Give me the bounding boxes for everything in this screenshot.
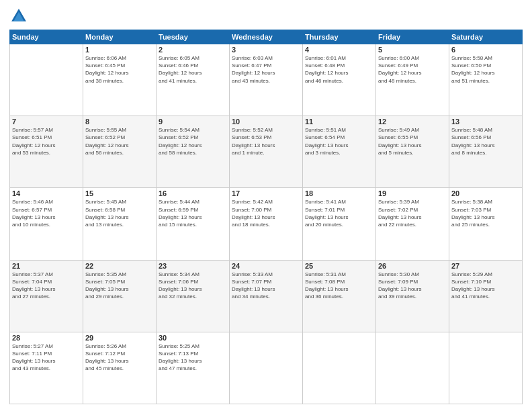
cell-content: Sunrise: 6:00 AM Sunset: 6:49 PM Dayligh… <box>378 54 447 85</box>
calendar-cell <box>449 332 523 404</box>
calendar-week-row: 21Sunrise: 5:37 AM Sunset: 7:04 PM Dayli… <box>10 260 523 332</box>
cell-content: Sunrise: 5:42 AM Sunset: 7:00 PM Dayligh… <box>232 198 300 228</box>
calendar-week-row: 1Sunrise: 6:06 AM Sunset: 6:45 PM Daylig… <box>10 44 523 116</box>
day-number: 19 <box>378 189 447 197</box>
day-number: 7 <box>12 118 81 126</box>
weekday-header: Monday <box>83 30 157 44</box>
day-number: 24 <box>232 262 300 270</box>
cell-content: Sunrise: 5:26 AM Sunset: 7:12 PM Dayligh… <box>85 342 154 373</box>
calendar-cell: 14Sunrise: 5:46 AM Sunset: 6:57 PM Dayli… <box>10 188 83 260</box>
calendar-cell: 27Sunrise: 5:29 AM Sunset: 7:10 PM Dayli… <box>449 260 523 332</box>
day-number: 17 <box>232 189 300 197</box>
calendar-week-row: 28Sunrise: 5:27 AM Sunset: 7:11 PM Dayli… <box>10 332 523 404</box>
weekday-header: Thursday <box>303 30 376 44</box>
calendar-cell: 8Sunrise: 5:55 AM Sunset: 6:52 PM Daylig… <box>83 116 157 188</box>
cell-content: Sunrise: 5:55 AM Sunset: 6:52 PM Dayligh… <box>85 126 154 156</box>
cell-content: Sunrise: 5:45 AM Sunset: 6:58 PM Dayligh… <box>85 198 154 228</box>
day-number: 28 <box>12 334 81 342</box>
calendar-cell: 10Sunrise: 5:52 AM Sunset: 6:53 PM Dayli… <box>230 116 303 188</box>
calendar-cell: 9Sunrise: 5:54 AM Sunset: 6:52 PM Daylig… <box>157 116 230 188</box>
day-number: 8 <box>85 118 154 126</box>
calendar-cell: 16Sunrise: 5:44 AM Sunset: 6:59 PM Dayli… <box>157 188 230 260</box>
calendar-cell <box>230 332 303 404</box>
calendar-cell: 24Sunrise: 5:33 AM Sunset: 7:07 PM Dayli… <box>230 260 303 332</box>
calendar-week-row: 7Sunrise: 5:57 AM Sunset: 6:51 PM Daylig… <box>10 116 523 188</box>
calendar-cell <box>303 332 376 404</box>
calendar-cell: 1Sunrise: 6:06 AM Sunset: 6:45 PM Daylig… <box>83 44 157 116</box>
cell-content: Sunrise: 6:01 AM Sunset: 6:48 PM Dayligh… <box>305 54 373 85</box>
day-number: 30 <box>159 334 227 342</box>
cell-content: Sunrise: 5:25 AM Sunset: 7:13 PM Dayligh… <box>159 342 227 373</box>
day-number: 2 <box>159 46 227 54</box>
weekday-header: Sunday <box>10 30 83 44</box>
cell-content: Sunrise: 5:37 AM Sunset: 7:04 PM Dayligh… <box>12 271 81 301</box>
calendar-cell: 25Sunrise: 5:31 AM Sunset: 7:08 PM Dayli… <box>303 260 376 332</box>
day-number: 14 <box>12 189 81 197</box>
day-number: 6 <box>451 46 520 54</box>
cell-content: Sunrise: 5:39 AM Sunset: 7:02 PM Dayligh… <box>378 198 447 228</box>
cell-content: Sunrise: 5:44 AM Sunset: 6:59 PM Dayligh… <box>159 198 227 228</box>
cell-content: Sunrise: 5:29 AM Sunset: 7:10 PM Dayligh… <box>451 271 520 301</box>
calendar-cell: 3Sunrise: 6:03 AM Sunset: 6:47 PM Daylig… <box>230 44 303 116</box>
weekday-header: Wednesday <box>230 30 303 44</box>
day-number: 11 <box>305 118 373 126</box>
calendar-header-row: SundayMondayTuesdayWednesdayThursdayFrid… <box>10 30 523 44</box>
cell-content: Sunrise: 6:06 AM Sunset: 6:45 PM Dayligh… <box>85 54 154 85</box>
day-number: 15 <box>85 189 154 197</box>
calendar-cell: 17Sunrise: 5:42 AM Sunset: 7:00 PM Dayli… <box>230 188 303 260</box>
day-number: 21 <box>12 262 81 270</box>
day-number: 29 <box>85 334 154 342</box>
calendar-cell: 15Sunrise: 5:45 AM Sunset: 6:58 PM Dayli… <box>83 188 157 260</box>
calendar-cell: 12Sunrise: 5:49 AM Sunset: 6:55 PM Dayli… <box>376 116 449 188</box>
logo <box>9 7 31 26</box>
calendar-cell: 26Sunrise: 5:30 AM Sunset: 7:09 PM Dayli… <box>376 260 449 332</box>
calendar-cell: 20Sunrise: 5:38 AM Sunset: 7:03 PM Dayli… <box>449 188 523 260</box>
cell-content: Sunrise: 5:46 AM Sunset: 6:57 PM Dayligh… <box>12 198 81 228</box>
cell-content: Sunrise: 5:48 AM Sunset: 6:56 PM Dayligh… <box>451 126 520 156</box>
calendar-cell: 11Sunrise: 5:51 AM Sunset: 6:54 PM Dayli… <box>303 116 376 188</box>
calendar-cell: 21Sunrise: 5:37 AM Sunset: 7:04 PM Dayli… <box>10 260 83 332</box>
cell-content: Sunrise: 6:03 AM Sunset: 6:47 PM Dayligh… <box>232 54 300 85</box>
day-number: 26 <box>378 262 447 270</box>
cell-content: Sunrise: 5:51 AM Sunset: 6:54 PM Dayligh… <box>305 126 373 156</box>
cell-content: Sunrise: 5:34 AM Sunset: 7:06 PM Dayligh… <box>159 271 227 301</box>
day-number: 20 <box>451 189 520 197</box>
day-number: 1 <box>85 46 154 54</box>
calendar-cell: 13Sunrise: 5:48 AM Sunset: 6:56 PM Dayli… <box>449 116 523 188</box>
cell-content: Sunrise: 5:31 AM Sunset: 7:08 PM Dayligh… <box>305 271 373 301</box>
calendar-cell: 5Sunrise: 6:00 AM Sunset: 6:49 PM Daylig… <box>376 44 449 116</box>
calendar-cell: 18Sunrise: 5:41 AM Sunset: 7:01 PM Dayli… <box>303 188 376 260</box>
calendar-cell: 28Sunrise: 5:27 AM Sunset: 7:11 PM Dayli… <box>10 332 83 404</box>
weekday-header: Tuesday <box>157 30 230 44</box>
logo-icon <box>9 7 28 26</box>
cell-content: Sunrise: 5:27 AM Sunset: 7:11 PM Dayligh… <box>12 342 81 373</box>
cell-content: Sunrise: 5:41 AM Sunset: 7:01 PM Dayligh… <box>305 198 373 228</box>
calendar-cell <box>10 44 83 116</box>
header <box>9 7 523 26</box>
calendar-cell: 7Sunrise: 5:57 AM Sunset: 6:51 PM Daylig… <box>10 116 83 188</box>
cell-content: Sunrise: 5:58 AM Sunset: 6:50 PM Dayligh… <box>451 54 520 85</box>
weekday-header: Friday <box>376 30 449 44</box>
day-number: 25 <box>305 262 373 270</box>
cell-content: Sunrise: 5:54 AM Sunset: 6:52 PM Dayligh… <box>159 126 227 156</box>
cell-content: Sunrise: 5:35 AM Sunset: 7:05 PM Dayligh… <box>85 271 154 301</box>
calendar-cell: 29Sunrise: 5:26 AM Sunset: 7:12 PM Dayli… <box>83 332 157 404</box>
day-number: 23 <box>159 262 227 270</box>
calendar-cell: 19Sunrise: 5:39 AM Sunset: 7:02 PM Dayli… <box>376 188 449 260</box>
cell-content: Sunrise: 5:38 AM Sunset: 7:03 PM Dayligh… <box>451 198 520 228</box>
day-number: 27 <box>451 262 520 270</box>
day-number: 22 <box>85 262 154 270</box>
day-number: 13 <box>451 118 520 126</box>
day-number: 4 <box>305 46 373 54</box>
cell-content: Sunrise: 6:05 AM Sunset: 6:46 PM Dayligh… <box>159 54 227 85</box>
calendar-cell: 22Sunrise: 5:35 AM Sunset: 7:05 PM Dayli… <box>83 260 157 332</box>
cell-content: Sunrise: 5:33 AM Sunset: 7:07 PM Dayligh… <box>232 271 300 301</box>
day-number: 18 <box>305 189 373 197</box>
calendar-cell: 4Sunrise: 6:01 AM Sunset: 6:48 PM Daylig… <box>303 44 376 116</box>
calendar-cell: 6Sunrise: 5:58 AM Sunset: 6:50 PM Daylig… <box>449 44 523 116</box>
cell-content: Sunrise: 5:49 AM Sunset: 6:55 PM Dayligh… <box>378 126 447 156</box>
calendar-cell: 30Sunrise: 5:25 AM Sunset: 7:13 PM Dayli… <box>157 332 230 404</box>
cell-content: Sunrise: 5:57 AM Sunset: 6:51 PM Dayligh… <box>12 126 81 156</box>
calendar-cell <box>376 332 449 404</box>
day-number: 16 <box>159 189 227 197</box>
